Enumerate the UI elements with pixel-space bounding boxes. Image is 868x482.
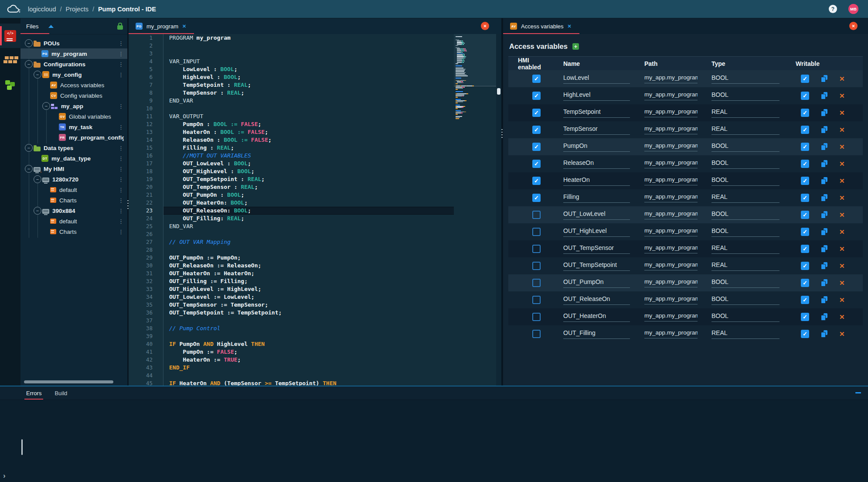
- name-field[interactable]: OUT_TempSetpoint: [563, 261, 630, 271]
- tree-item-charts[interactable]: Charts⋮: [20, 195, 127, 205]
- kebab-menu-icon[interactable]: ⋮: [116, 229, 124, 235]
- type-field[interactable]: BOOL: [711, 210, 779, 220]
- code-line[interactable]: 10: [129, 105, 454, 113]
- code-line[interactable]: 3: [129, 50, 454, 58]
- type-field[interactable]: BOOL: [711, 142, 779, 152]
- delete-icon[interactable]: ✕: [839, 245, 845, 253]
- tree-item-data-types[interactable]: −Data types⋮: [20, 143, 127, 153]
- hmi-enabled-checkbox[interactable]: [532, 313, 541, 321]
- code-line[interactable]: 31OUT_HeaterOn := HeaterOn;: [129, 270, 454, 277]
- collapse-triangle-icon[interactable]: [48, 25, 54, 28]
- delete-icon[interactable]: ✕: [839, 75, 845, 83]
- copy-icon[interactable]: [821, 109, 827, 116]
- copy-icon[interactable]: [821, 126, 827, 133]
- delete-icon[interactable]: ✕: [839, 228, 845, 236]
- path-field[interactable]: my_app.my_program_con: [644, 227, 698, 236]
- close-tab-icon[interactable]: ✕: [182, 24, 186, 29]
- minimap-viewport[interactable]: [454, 34, 496, 86]
- expand-chevron-icon[interactable]: ›: [3, 472, 6, 480]
- path-field[interactable]: my_app.my_program_con: [644, 295, 698, 304]
- name-field[interactable]: OUT_LowLevel: [563, 210, 630, 220]
- code-line[interactable]: 39: [129, 332, 454, 340]
- writable-checkbox[interactable]: ✓: [801, 296, 809, 304]
- scrollbar-thumb[interactable]: [497, 88, 500, 95]
- path-field[interactable]: my_app.my_program_con: [644, 108, 698, 117]
- code-line[interactable]: 15 Filling : REAL;: [129, 144, 454, 152]
- code-line[interactable]: 2: [129, 42, 454, 50]
- tree-item-default[interactable]: default⋮: [20, 185, 127, 195]
- name-field[interactable]: OUT_TempSensor: [563, 244, 630, 254]
- path-field[interactable]: my_app.my_program_con: [644, 210, 698, 219]
- tree-item-configurations[interactable]: −Configurations⋮: [20, 59, 127, 69]
- path-field[interactable]: my_app.my_program_con: [644, 176, 698, 185]
- tab-my-program[interactable]: PG my_program ✕: [129, 18, 194, 34]
- code-line[interactable]: 18 OUT_HighLevel : BOOL;: [129, 168, 454, 175]
- code-line[interactable]: 23 OUT_ReleaseOn: BOOL;: [129, 207, 454, 215]
- code-line[interactable]: 38// Pump Control: [129, 325, 454, 332]
- code-line[interactable]: 14 ReleaseOn : BOOL := FALSE;: [129, 136, 454, 144]
- kebab-menu-icon[interactable]: ⋮: [116, 103, 124, 109]
- delete-icon[interactable]: ✕: [839, 92, 845, 100]
- path-field[interactable]: my_app.my_program_con: [644, 329, 698, 338]
- copy-icon[interactable]: [821, 313, 827, 321]
- name-field[interactable]: HighLevel: [563, 91, 630, 101]
- kebab-menu-icon[interactable]: ⋮: [116, 145, 124, 151]
- copy-icon[interactable]: [821, 177, 827, 185]
- code-line[interactable]: 28: [129, 246, 454, 254]
- name-field[interactable]: OUT_HighLevel: [563, 227, 630, 237]
- tree-item-global-variables[interactable]: GVGlobal variables: [20, 111, 127, 122]
- code-line[interactable]: 29OUT_PumpOn := PumpOn;: [129, 254, 454, 262]
- code-line[interactable]: 20 OUT_TempSensor : REAL;: [129, 183, 454, 191]
- code-line[interactable]: 34OUT_LowLevel := LowLevel;: [129, 293, 454, 301]
- name-field[interactable]: LowLevel: [563, 74, 630, 84]
- path-field[interactable]: my_app.my_program_con: [644, 193, 698, 202]
- hmi-enabled-checkbox[interactable]: [532, 330, 541, 338]
- rail-item-code-editor[interactable]: </>: [0, 24, 20, 48]
- delete-icon[interactable]: ✕: [839, 330, 845, 338]
- type-field[interactable]: BOOL: [711, 312, 779, 322]
- tree-toggle-icon[interactable]: −: [34, 71, 41, 79]
- writable-checkbox[interactable]: ✓: [801, 228, 809, 236]
- code-line[interactable]: 6 HighLevel : BOOL;: [129, 73, 454, 81]
- type-field[interactable]: REAL: [711, 329, 779, 339]
- tree-item-charts[interactable]: Charts⋮: [20, 226, 127, 237]
- hmi-enabled-checkbox[interactable]: [532, 228, 541, 236]
- code-line[interactable]: 33OUT_HighLevel := HighLevel;: [129, 285, 454, 293]
- writable-checkbox[interactable]: ✓: [801, 109, 809, 117]
- tree-item-my-task[interactable]: TKmy_task⋮: [20, 122, 127, 132]
- code-line[interactable]: 37: [129, 317, 454, 325]
- copy-icon[interactable]: [821, 194, 827, 202]
- path-field[interactable]: my_app.my_program_con: [644, 74, 698, 83]
- tree-item-my-hmi[interactable]: −↓My HMI⋮: [20, 164, 127, 174]
- code-line[interactable]: 32OUT_Filling := Filling;: [129, 277, 454, 285]
- copy-icon[interactable]: [821, 330, 827, 338]
- tree-toggle-icon[interactable]: −: [25, 144, 33, 152]
- delete-icon[interactable]: ✕: [839, 296, 845, 304]
- name-field[interactable]: Filling: [563, 193, 630, 203]
- copy-icon[interactable]: [821, 245, 827, 253]
- copy-icon[interactable]: [821, 92, 827, 99]
- type-field[interactable]: BOOL: [711, 295, 779, 305]
- delete-icon[interactable]: ✕: [839, 177, 845, 185]
- code-line[interactable]: 13 HeaterOn : BOOL := FALSE;: [129, 128, 454, 136]
- kebab-menu-icon[interactable]: ⋮: [116, 124, 124, 130]
- tree-toggle-icon[interactable]: −: [25, 39, 33, 47]
- code-line[interactable]: 16 //MQTT OUT VARIABLES: [129, 152, 454, 160]
- writable-checkbox[interactable]: ✓: [801, 177, 809, 185]
- writable-checkbox[interactable]: ✓: [801, 92, 809, 100]
- hmi-enabled-checkbox[interactable]: [532, 262, 541, 270]
- tab-errors[interactable]: Errors: [24, 386, 43, 400]
- minimize-panel-icon[interactable]: [855, 392, 861, 393]
- writable-checkbox[interactable]: ✓: [801, 330, 809, 338]
- writable-checkbox[interactable]: ✓: [801, 245, 809, 253]
- name-field[interactable]: OUT_ReleaseOn: [563, 295, 630, 305]
- type-field[interactable]: BOOL: [711, 278, 779, 288]
- close-editor-pane-button[interactable]: ✕: [481, 22, 489, 30]
- copy-icon[interactable]: [821, 262, 827, 270]
- delete-icon[interactable]: ✕: [839, 262, 845, 270]
- copy-icon[interactable]: [821, 279, 827, 287]
- hmi-enabled-checkbox[interactable]: ✓: [532, 92, 541, 100]
- hmi-enabled-checkbox[interactable]: ✓: [532, 143, 541, 151]
- code-line[interactable]: 44: [129, 372, 454, 379]
- minimap[interactable]: [454, 34, 496, 386]
